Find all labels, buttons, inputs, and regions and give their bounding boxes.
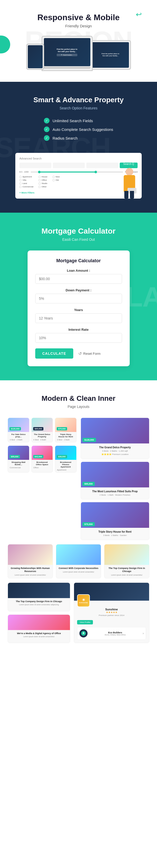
slider-handle-right[interactable]: [94, 171, 97, 173]
detail-content-1: The Grand Delco Property 3 Beds · 2 Bath…: [81, 443, 149, 459]
listing-info-1: For Sale Delco prop... 3 Bed2 Bath: [8, 432, 29, 442]
cb-item-t3: Studio: [39, 182, 47, 185]
calc-actions: CALCULATE ↺ Reset Form: [35, 348, 122, 359]
calculate-button[interactable]: CALCULATE: [35, 348, 74, 359]
listing-info-4: Shopping Mall Buildi... Commercial: [8, 460, 29, 470]
small-cards-top: $120,000 For Sale Delco prop... 3 Bed2 B…: [8, 417, 77, 442]
feature-item-3: ✓ Radius Search: [44, 135, 113, 141]
agent-section: The Top Company Design Firm In Chicago L…: [8, 583, 149, 643]
search-panel-location-input: [86, 162, 118, 168]
checkbox-group-3: New Old: [52, 176, 60, 188]
cb-item-t6: Old: [52, 179, 60, 181]
section-modern: Modern & Clean Inner Page Layouts $120,0…: [0, 380, 157, 653]
detail-title-2: The Most Luxurious Fitted Suits Prop: [83, 490, 147, 493]
detail-panel-img-3: $75,000: [81, 502, 149, 528]
cb-item-villa: Villa: [19, 179, 33, 181]
price-badge-4: $55,000: [9, 455, 20, 458]
detail-panel-2: $95,000 The Most Luxurious Fitted Suits …: [81, 462, 150, 500]
search-panel-title: Advanced Search: [19, 157, 138, 160]
eco-arrow[interactable]: ›: [143, 631, 144, 635]
cb-item-t5: New: [52, 176, 60, 178]
blog-text-2: Lorem ipsum dolor sit amet consectetur: [58, 571, 99, 573]
listings-left: $120,000 For Sale Delco prop... 3 Bed2 B…: [8, 417, 77, 540]
listing-info-3: Triple Story House for Rent 3 Bed2 Bath: [55, 432, 76, 442]
listing-img-4: $55,000: [8, 446, 29, 460]
section1-title: Responsive & Mobile: [10, 13, 147, 22]
detail-meta-3: 3 Beds · 2 Baths · Garden: [83, 534, 147, 537]
detail-panel-img-1: $128,000: [81, 418, 149, 443]
eco-row: Eco Builders Accra, Ghana, West Africa ›: [77, 627, 146, 640]
loan-amount-field: Loan Amount :: [35, 269, 122, 284]
check-icon-3: ✓: [44, 135, 49, 141]
features-list: ✓ Unlimited Search Fields ✓ Auto Complet…: [44, 118, 113, 144]
section-smart: SEARCH Smart & Advance Property Search O…: [0, 82, 157, 213]
listing-card-4: $55,000 Shopping Mall Buildi... Commerci…: [8, 445, 29, 473]
down-payment-field: Down Payment :: [35, 288, 122, 303]
cb-item-t2: Office: [39, 179, 47, 181]
blog-text-1: Lorem ipsum dolor sit amet consectetur: [10, 574, 50, 577]
listing-card-3: $75,000 Triple Story House for Rent 3 Be…: [55, 417, 77, 442]
listing-meta-2: 4 Bed3 Bath: [33, 439, 51, 441]
detail-panel-1: $128,000 The Grand Delco Property 3 Beds…: [81, 417, 150, 459]
mortgage-title: Mortgage Calculator: [15, 227, 142, 236]
agent-cards-left: The Top Company Design Firm In Chicago L…: [8, 583, 70, 643]
agent-card-title-1: The Top Company Design Firm In Chicago: [10, 600, 68, 603]
detail-content-3: Triple Story House for Rent 3 Beds · 2 B…: [81, 528, 149, 540]
years-field: Years: [35, 308, 122, 323]
agent-card-blog1: The Top Company Design Firm In Chicago L…: [8, 583, 70, 611]
blog-content-1: Growing Relationships With Human Resourc…: [8, 565, 52, 578]
listing-name-6: Brookwood Fitness Apartment: [57, 461, 75, 468]
listing-card-5: $42,000 Brookwood Office Space Office: [31, 445, 53, 473]
interest-rate-input[interactable]: [35, 333, 122, 343]
listing-name-2: The Grand Delco Property: [33, 433, 51, 438]
detail-meta-1: 3 Beds · 2 Baths · 1,400 sqft⭐⭐⭐⭐ Premiu…: [83, 450, 147, 456]
detail-meta-2: 2 Beds · 1 Bath · Modern Finishes: [83, 494, 147, 497]
laptop-base: [44, 67, 90, 69]
agent-card-blog2: We're a Media & Digital Agency of Office…: [8, 615, 70, 643]
blog-img-1: [8, 545, 52, 565]
listing-info-2: The Grand Delco Property 4 Bed3 Bath: [32, 432, 53, 442]
listing-name-5: Brookwood Office Space: [33, 461, 51, 466]
listing-meta-4: Commercial: [10, 466, 27, 469]
sunshine-name: Sunshine: [77, 608, 146, 611]
loan-amount-input[interactable]: [35, 274, 122, 284]
checkbox-group-2: House Office Studio Other: [39, 176, 47, 188]
sunshine-view-btn[interactable]: View Profile: [77, 620, 93, 624]
cb-item-t4: Other: [39, 186, 47, 188]
sunshine-logo: ☀ SUNSHINE: [77, 594, 90, 607]
sunshine-meta: Premium partner since 2014: [77, 614, 146, 617]
section-mortgage: CALCULA Mortgage Calculator Easili Can F…: [0, 213, 157, 380]
blog-img-3: [105, 545, 149, 565]
blog-card-1: Growing Relationships With Human Resourc…: [8, 544, 53, 579]
listing-img-6: $38,000: [55, 446, 76, 460]
feature-label-3: Radius Search: [52, 136, 78, 140]
tablet-mockup: Find the perfect place tolive with your …: [90, 40, 131, 70]
listing-name-3: Triple Story House for Rent: [57, 433, 75, 438]
listing-meta-3: 3 Bed2 Bath: [57, 439, 75, 441]
laptop-mockup: Find the perfect place tolive with your …: [42, 36, 93, 71]
down-payment-input[interactable]: [35, 294, 122, 303]
slider-fill: [40, 172, 95, 173]
price-badge-5: $42,000: [33, 455, 44, 458]
reset-icon: ↺: [78, 351, 82, 356]
blog-title-2: Connect With Corporate Necessities: [58, 567, 99, 570]
agent-card-title-2: We're a Media & Digital Agency of Office: [10, 632, 68, 634]
agent-detail-header: ☀ SUNSHINE: [74, 583, 149, 601]
blog-content-3: The Top Company Design Firm In Chicago L…: [105, 565, 149, 578]
agent-detail-content: Sunshine ★★★★★ Premium partner since 201…: [74, 601, 149, 643]
slider-handle-left[interactable]: [38, 171, 41, 173]
search-panel-btn[interactable]: Search Q: [120, 162, 138, 168]
tablet-screen: Find the perfect place tolive with your …: [92, 42, 129, 68]
loan-amount-label: Loan Amount :: [35, 269, 122, 273]
blog-img-2: [56, 545, 101, 565]
listing-card-1: $120,000 For Sale Delco prop... 3 Bed2 B…: [8, 417, 29, 442]
years-input[interactable]: [35, 313, 122, 323]
down-payment-label: Down Payment :: [35, 288, 122, 292]
detail-title-1: The Grand Delco Property: [83, 446, 147, 449]
reset-button[interactable]: ↺ Reset Form: [78, 351, 101, 356]
detail-price-2: $95,000: [82, 482, 95, 486]
eco-meta: Accra, Ghana, West Africa: [90, 634, 141, 636]
modern-subtitle: Page Layouts: [8, 405, 149, 409]
more-filters-link[interactable]: + More Filters: [19, 190, 138, 194]
calculator-card: Mortgage Calculator Loan Amount : Down P…: [28, 250, 130, 366]
